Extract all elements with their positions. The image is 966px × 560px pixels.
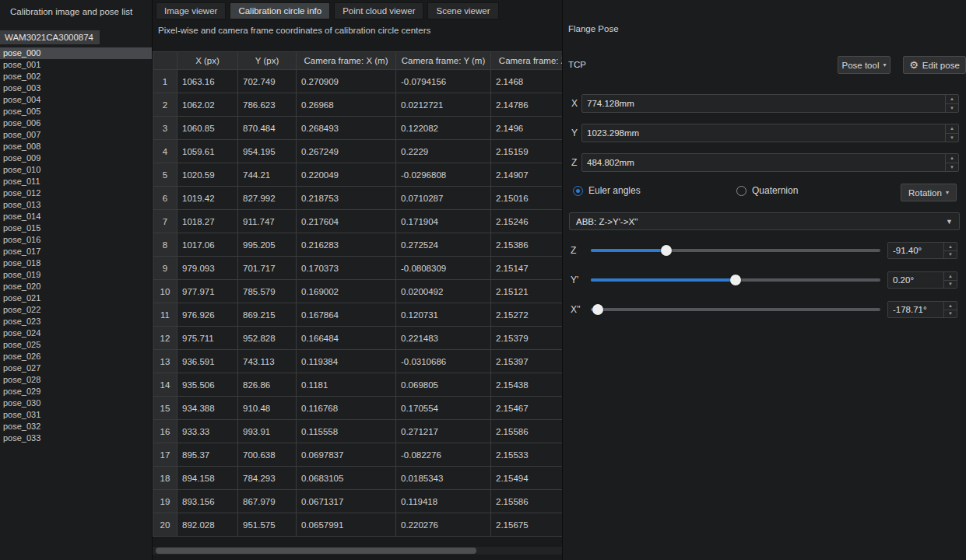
column-header-camera-frame-x-m[interactable]: Camera frame: X (m) [297, 52, 396, 70]
table-row[interactable]: 14935.506826.860.11810.0698052.15438 [153, 373, 563, 397]
rotation-button[interactable]: Rotation ▾ [901, 184, 957, 201]
pose-list-item[interactable]: pose_005 [0, 106, 152, 117]
edit-pose-button[interactable]: ⚙ Edit pose [903, 56, 966, 74]
table-row[interactable]: 18894.158784.2930.06831050.01853432.1549… [153, 467, 563, 490]
y-angle-input[interactable]: 0.20°▲▼ [887, 271, 957, 289]
tab-point-cloud-viewer[interactable]: Point cloud viewer [334, 2, 423, 19]
spin-up-icon[interactable]: ▲ [944, 302, 957, 310]
spin-up-icon[interactable]: ▲ [944, 272, 957, 281]
pose-list-item[interactable]: pose_008 [0, 141, 152, 152]
x-value-input[interactable]: 774.128mm▲▼ [581, 94, 959, 113]
column-header-camera-frame-z-m[interactable]: Camera frame: Z (m) [491, 52, 563, 70]
radio-quaternion[interactable]: Quaternion [736, 185, 798, 196]
spin-buttons[interactable]: ▲▼ [945, 124, 958, 142]
pose-list-item[interactable]: pose_022 [0, 304, 152, 316]
spin-buttons[interactable]: ▲▼ [943, 272, 957, 288]
slider-handle[interactable] [592, 304, 603, 315]
spin-buttons[interactable]: ▲▼ [945, 95, 958, 112]
spin-down-icon[interactable]: ▼ [946, 104, 958, 113]
spin-down-icon[interactable]: ▼ [946, 134, 958, 142]
y-value-input[interactable]: 1023.298mm▲▼ [581, 124, 959, 142]
pose-list-item[interactable]: pose_002 [0, 71, 152, 82]
x-slider-track[interactable] [591, 308, 880, 311]
pose-list-item[interactable]: pose_029 [0, 386, 152, 397]
column-header-x-px[interactable]: X (px) [177, 52, 238, 70]
table-row[interactable]: 10977.971785.5790.1690020.02004922.15121 [153, 280, 563, 303]
slider-handle[interactable] [730, 275, 741, 285]
radio-euler-angles[interactable]: Euler angles [573, 185, 641, 196]
pose-list-item[interactable]: pose_001 [0, 59, 152, 71]
spin-buttons[interactable]: ▲▼ [945, 154, 958, 171]
horizontal-scrollbar[interactable] [153, 547, 562, 555]
table-row[interactable]: 9979.093701.7170.170373-0.08083092.15147 [153, 257, 563, 280]
pose-list-item[interactable]: pose_020 [0, 281, 152, 292]
pose-list-item[interactable]: pose_033 [0, 432, 152, 444]
pose-list-item[interactable]: pose_023 [0, 316, 152, 327]
z-slider-track[interactable] [591, 249, 880, 252]
spin-up-icon[interactable]: ▲ [946, 124, 958, 134]
table-row[interactable]: 41059.61954.1950.2672490.22292.15159 [153, 140, 563, 163]
table-row[interactable]: 19893.156867.9790.06713170.1194182.15586 [153, 490, 563, 513]
spin-up-icon[interactable]: ▲ [946, 95, 958, 104]
pose-list-item[interactable]: pose_021 [0, 292, 152, 304]
pose-list-item[interactable]: pose_027 [0, 362, 152, 374]
spin-down-icon[interactable]: ▼ [944, 310, 957, 318]
x-angle-input[interactable]: -178.71°▲▼ [887, 301, 957, 318]
spin-up-icon[interactable]: ▲ [944, 243, 957, 251]
spin-down-icon[interactable]: ▼ [944, 281, 957, 289]
pose-list-item[interactable]: pose_031 [0, 409, 152, 421]
table-row[interactable]: 15934.388910.480.1167680.1705542.15467 [153, 397, 563, 420]
pose-list-item[interactable]: pose_013 [0, 199, 152, 211]
z-value-input[interactable]: 484.802mm▲▼ [581, 153, 959, 172]
table-row[interactable]: 51020.59744.210.220049-0.02968082.14907 [153, 163, 563, 187]
rotation-convention-select[interactable]: ABB: Z->Y'->X'' ▼ [569, 212, 960, 230]
pose-list-item[interactable]: pose_007 [0, 129, 152, 141]
pose-list-item[interactable]: pose_006 [0, 117, 152, 129]
spin-buttons[interactable]: ▲▼ [943, 302, 957, 317]
pose-list-item[interactable]: pose_000 [0, 47, 152, 59]
table-row[interactable]: 20892.028951.5750.06579910.2202762.15675 [153, 513, 563, 537]
tab-calibration-circle-info[interactable]: Calibration circle info [230, 2, 330, 19]
pose-list-item[interactable]: pose_009 [0, 152, 152, 164]
pose-tool-button[interactable]: Pose tool ▾ [838, 56, 890, 74]
spin-down-icon[interactable]: ▼ [944, 251, 957, 259]
pose-list-item[interactable]: pose_032 [0, 421, 152, 432]
device-list-item[interactable]: WAM3021CA3000874 [0, 30, 100, 44]
pose-list-item[interactable]: pose_016 [0, 234, 152, 246]
table-row[interactable]: 13936.591743.1130.119384-0.03106862.1539… [153, 350, 563, 373]
spin-down-icon[interactable]: ▼ [946, 163, 958, 172]
tab-scene-viewer[interactable]: Scene viewer [427, 2, 498, 19]
tab-image-viewer[interactable]: Image viewer [156, 2, 226, 19]
table-row[interactable]: 17895.37700.6380.0697837-0.0822762.15533 [153, 443, 563, 467]
column-header-camera-frame-y-m[interactable]: Camera frame: Y (m) [396, 52, 491, 70]
table-row[interactable]: 61019.42827.9920.2187530.07102872.15016 [153, 187, 563, 210]
table-row[interactable]: 71018.27911.7470.2176040.1719042.15246 [153, 210, 563, 233]
table-row[interactable]: 11063.16702.7490.270909-0.07941562.1468 [153, 70, 563, 93]
pose-list-item[interactable]: pose_015 [0, 222, 152, 234]
pose-list-item[interactable]: pose_012 [0, 187, 152, 199]
table-row[interactable]: 31060.85870.4840.2684930.1220822.1496 [153, 117, 563, 140]
pose-list-item[interactable]: pose_025 [0, 339, 152, 351]
pose-list-item[interactable]: pose_028 [0, 374, 152, 386]
spin-up-icon[interactable]: ▲ [946, 154, 958, 163]
pose-list-item[interactable]: pose_030 [0, 397, 152, 409]
y-slider-track[interactable] [591, 278, 880, 282]
table-row[interactable]: 12975.711952.8280.1664840.2214832.15379 [153, 327, 563, 350]
column-header-y-px[interactable]: Y (px) [238, 52, 297, 70]
table-row[interactable]: 11976.926869.2150.1678640.1207312.15272 [153, 303, 563, 327]
pose-list-item[interactable]: pose_019 [0, 269, 152, 281]
pose-list-item[interactable]: pose_026 [0, 351, 152, 362]
table-row[interactable]: 16933.33993.910.1155580.2712172.15586 [153, 420, 563, 443]
pose-list-item[interactable]: pose_017 [0, 246, 152, 257]
pose-list-item[interactable]: pose_018 [0, 257, 152, 269]
pose-list-item[interactable]: pose_010 [0, 164, 152, 176]
table-row[interactable]: 81017.06995.2050.2162830.2725242.15386 [153, 233, 563, 257]
pose-list-item[interactable]: pose_011 [0, 176, 152, 187]
pose-list-item[interactable]: pose_003 [0, 82, 152, 94]
pose-list-item[interactable]: pose_004 [0, 94, 152, 106]
table-row[interactable]: 21062.02786.6230.269680.02127212.14786 [153, 93, 563, 117]
pose-list-item[interactable]: pose_014 [0, 211, 152, 222]
scrollbar-thumb[interactable] [156, 548, 476, 554]
pose-list-item[interactable]: pose_024 [0, 327, 152, 339]
spin-buttons[interactable]: ▲▼ [943, 243, 957, 258]
